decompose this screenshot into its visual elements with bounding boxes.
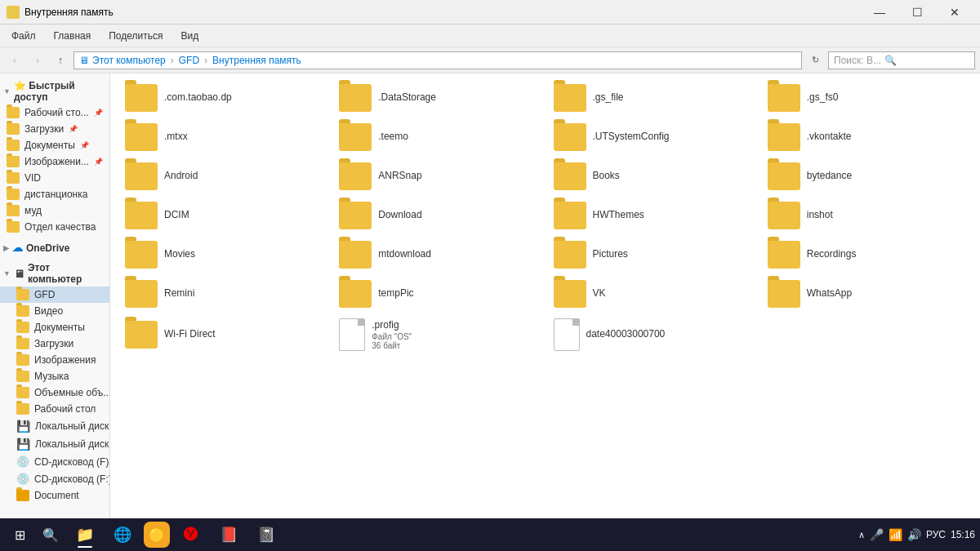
file-item[interactable]: .gs_file <box>549 80 756 116</box>
file-item[interactable]: Books <box>549 158 756 194</box>
taskbar-explorer[interactable]: 📁 <box>67 520 103 549</box>
sidebar-item-docs2[interactable]: Документы <box>0 319 109 335</box>
file-item[interactable]: .profigФайл "OS"36 байт <box>334 315 541 354</box>
sidebar-item-video[interactable]: Видео <box>0 303 109 319</box>
file-item[interactable]: Wi-Fi Direct <box>120 315 327 354</box>
sidebar-item-desktop[interactable]: Рабочий сто... 📌 <box>0 104 109 121</box>
sidebar-item-cd1[interactable]: 💿 CD-дисковод (F) <box>0 453 109 470</box>
quick-access-header[interactable]: ▼ ⭐ Быстрый доступ <box>0 77 109 104</box>
forward-button[interactable]: › <box>28 51 47 70</box>
file-item[interactable]: date40003000700 <box>549 315 756 354</box>
sidebar-item-images2[interactable]: Изображения <box>0 352 109 368</box>
menu-home[interactable]: Главная <box>46 27 100 45</box>
taskbar-app2[interactable]: 🅨 <box>173 520 209 549</box>
close-button[interactable]: ✕ <box>936 0 973 24</box>
start-button[interactable]: ⊞ <box>5 520 34 549</box>
taskbar-lang[interactable]: РУС <box>926 529 946 540</box>
taskbar-app3[interactable]: 📕 <box>211 520 247 549</box>
taskbar-chevron[interactable]: ∧ <box>858 530 865 540</box>
file-item[interactable]: VK <box>549 276 756 312</box>
up-button[interactable]: ↑ <box>51 51 70 70</box>
menu-share[interactable]: Поделиться <box>100 27 171 45</box>
sidebar-item-workdesk[interactable]: Рабочий стол <box>0 401 109 417</box>
content-area: .com.taobao.dp.DataStorage.gs_file.gs_fs… <box>110 73 980 530</box>
sidebar-item-music[interactable]: Музыка <box>0 368 109 384</box>
file-item[interactable]: HWThemes <box>549 198 756 233</box>
thispc-header[interactable]: ▼ 🖥 Этот компьютер <box>0 259 109 287</box>
file-item[interactable]: ANRSnap <box>334 158 541 194</box>
file-item[interactable]: .gs_fs0 <box>763 80 970 116</box>
menu-view[interactable]: Вид <box>172 27 207 45</box>
path-computer[interactable]: Этот компьютер <box>92 55 166 66</box>
path-memory[interactable]: Внутренняя память <box>212 55 301 66</box>
file-item[interactable]: WhatsApp <box>763 276 970 312</box>
file-item[interactable]: Recordings <box>763 237 970 273</box>
file-item[interactable]: .mtxx <box>120 119 327 155</box>
file-item[interactable]: bytedance <box>763 158 970 194</box>
folder-icon <box>125 321 158 349</box>
file-item[interactable]: tempPic <box>334 276 541 312</box>
file-item[interactable]: Remini <box>120 276 327 312</box>
address-bar: ‹ › ↑ 🖥 Этот компьютер › GFD › Внутрення… <box>0 47 980 73</box>
folder-icon <box>16 354 29 366</box>
search-placeholder: Поиск: В... <box>834 55 881 66</box>
file-item[interactable]: .UTSystemConfig <box>549 119 756 155</box>
file-item[interactable]: .DataStorage <box>334 80 541 116</box>
taskbar-mic[interactable]: 🎤 <box>870 528 884 541</box>
folder-icon <box>125 84 158 112</box>
taskbar-sound[interactable]: 🔊 <box>907 528 921 541</box>
file-name: date40003000700 <box>586 328 666 341</box>
file-item[interactable]: .vkontakte <box>763 119 970 155</box>
file-item[interactable]: Download <box>334 198 541 233</box>
sidebar-item-distance[interactable]: дистанционка <box>0 186 109 202</box>
sidebar-item-vid[interactable]: VID <box>0 170 109 186</box>
file-item[interactable]: mtdownload <box>334 237 541 273</box>
taskbar-right: ∧ 🎤 📶 🔊 РУС 15:16 <box>858 528 975 541</box>
sidebar-item-downloads[interactable]: Загрузки 📌 <box>0 121 109 137</box>
file-item[interactable]: inshot <box>763 198 970 233</box>
taskbar-network[interactable]: 📶 <box>889 528 902 541</box>
file-item[interactable]: Android <box>120 158 327 194</box>
sidebar-item-gfd[interactable]: GFD <box>0 287 109 303</box>
sidebar-label: Объемные объ... <box>34 387 109 398</box>
folder-icon <box>768 162 800 190</box>
sidebar-label: Видео <box>34 305 63 317</box>
pin-icon: 📌 <box>69 125 78 133</box>
file-item[interactable]: DCIM <box>120 198 327 233</box>
file-info: date40003000700 <box>586 328 666 341</box>
file-name: DCIM <box>164 209 189 222</box>
file-item[interactable]: Pictures <box>549 237 756 273</box>
sidebar-item-quality[interactable]: Отдел качества <box>0 219 109 235</box>
refresh-button[interactable]: ↻ <box>805 51 825 70</box>
taskbar-app1[interactable]: 🟡 <box>144 522 170 548</box>
sidebar-item-3d[interactable]: Объемные объ... <box>0 384 109 401</box>
sidebar-item-downloads2[interactable]: Загрузки <box>0 335 109 352</box>
file-item[interactable]: .teemo <box>334 119 541 155</box>
maximize-button[interactable]: ☐ <box>898 0 936 24</box>
file-item[interactable]: Movies <box>120 237 327 273</box>
sidebar-item-images[interactable]: Изображени... 📌 <box>0 153 109 170</box>
search-box[interactable]: Поиск: В... 🔍 <box>828 51 975 69</box>
folder-icon <box>16 338 29 349</box>
menu-file[interactable]: Файл <box>3 27 44 45</box>
back-button[interactable]: ‹ <box>5 51 24 70</box>
file-name: Remini <box>164 287 194 300</box>
folder-icon <box>554 202 586 229</box>
sidebar-label: Документы <box>24 140 75 151</box>
file-item[interactable]: .com.taobao.dp <box>120 80 327 116</box>
search-button[interactable]: 🔍 <box>36 520 65 549</box>
sidebar-item-cd2[interactable]: 💿 CD-дисковод (F:) <box>0 470 109 487</box>
sidebar-item-localdisk2[interactable]: 💾 Локальный диск <box>0 435 109 453</box>
taskbar-browser[interactable]: 🌐 <box>105 520 140 549</box>
sidebar-item-docs[interactable]: Документы 📌 <box>0 137 109 153</box>
sidebar-item-mud[interactable]: муд <box>0 202 109 219</box>
onedrive-header[interactable]: ▶ ☁ OneDrive <box>0 238 109 256</box>
file-name: .profig <box>372 319 412 332</box>
file-name: WhatsApp <box>807 287 852 300</box>
sidebar-item-localdisk1[interactable]: 💾 Локальный диск <box>0 417 109 435</box>
minimize-button[interactable]: — <box>861 0 898 24</box>
address-path[interactable]: 🖥 Этот компьютер › GFD › Внутренняя памя… <box>74 51 802 69</box>
taskbar-app4[interactable]: 📓 <box>248 520 284 549</box>
path-gfd[interactable]: GFD <box>179 55 199 66</box>
sidebar-item-document[interactable]: Document <box>0 487 109 504</box>
